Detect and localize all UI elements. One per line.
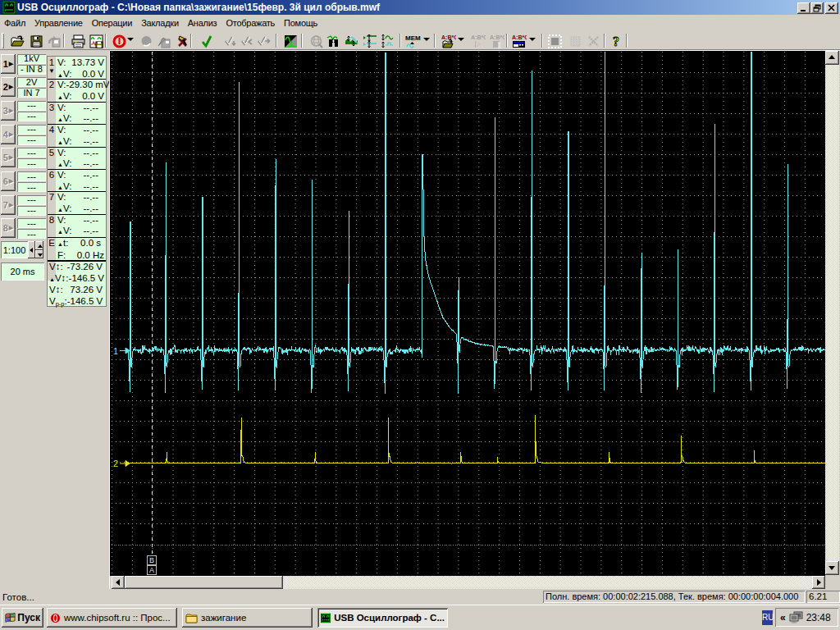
svg-text:A:B*C: A:B*C [512, 34, 527, 40]
svg-text:MEM: MEM [405, 34, 421, 42]
svg-text:2: 2 [113, 459, 118, 468]
svg-text:A:B*C: A:B*C [490, 34, 504, 40]
svg-text:1: 1 [113, 346, 118, 356]
svg-text:?: ? [613, 34, 619, 48]
svg-text:B: B [149, 556, 154, 564]
svg-text:A: A [149, 566, 154, 574]
svg-text:A:B*C: A:B*C [471, 34, 486, 40]
svg-text:A:B*C: A:B*C [441, 34, 456, 40]
